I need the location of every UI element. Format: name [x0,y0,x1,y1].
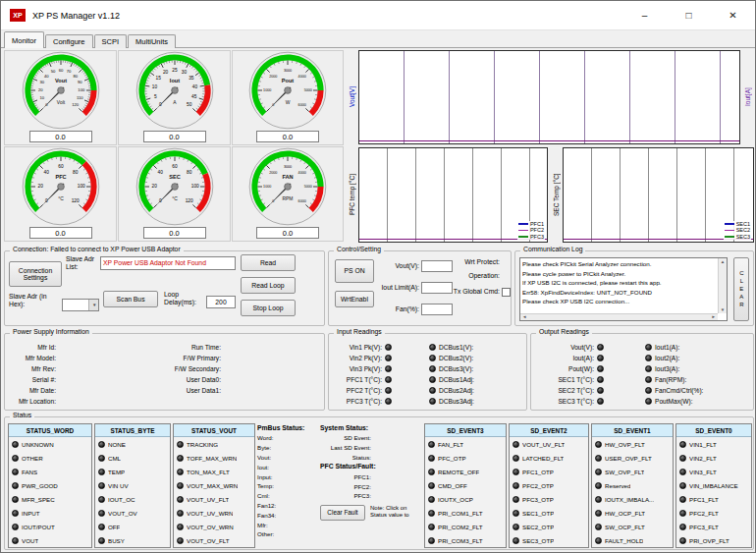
status-item[interactable]: USER_OVP_FLT [592,451,673,465]
status-item[interactable]: PFC1_FLT [676,492,751,506]
connection-settings-button[interactable]: Connection Settings [9,261,62,287]
log-line: Please check XP USB I2C connection... [522,297,717,306]
status-item[interactable]: HW_OCP_FLT [592,506,673,520]
scan-bus-button[interactable]: Scan Bus [103,291,158,307]
status-item[interactable]: PRI_COM1_FLT [425,506,506,520]
status-item[interactable]: VIN UV [95,478,170,492]
loop-delay-input[interactable]: 200 [206,296,236,308]
status-item[interactable]: VOUT_MAX_WRN [174,478,254,492]
status-item[interactable]: REMOTE_OFF [425,465,506,478]
status-item[interactable]: VOUT [9,533,91,547]
status-item[interactable]: INPUT [9,506,91,520]
status-item[interactable]: VIN3_FLT [676,465,751,478]
clear-fault-button[interactable]: Clear Fault [320,505,365,521]
status-item[interactable]: PRI_OVP_FLT [676,533,751,547]
status-item[interactable]: PFC2_FLT [676,506,751,520]
read-loop-button[interactable]: Read Loop [241,277,296,294]
status-item[interactable]: PFC1_OTP [510,465,588,478]
slave-adr-dropdown[interactable] [62,299,99,311]
slave-adr-list-value[interactable]: XP Power USB Adaptor Not Found [100,256,236,270]
vout-set-input[interactable] [421,260,453,272]
status-item[interactable]: VOUT_UV_FLT [510,437,588,451]
pfc-status-title: PFC Status/Fault: [320,463,422,470]
gauge-pfc-value: 0.0 [29,227,92,239]
communication-log[interactable]: Please check PICkit Serial Analyzer conn… [519,257,728,321]
status-item[interactable]: SEC2_OTP [510,520,588,533]
tab-monitor[interactable]: Monitor [4,31,44,48]
status-item[interactable]: PFC_OTP [425,451,506,465]
log-vertical-scrollbar[interactable] [718,258,727,313]
legend-line-swatch [725,230,734,232]
status-item[interactable]: FAN_FLT [425,437,506,451]
maximize-icon[interactable]: □ [667,1,711,29]
read-button[interactable]: Read [241,254,296,271]
fan-set-input[interactable] [421,304,453,315]
status-item[interactable]: TON_MAX_FLT [174,465,254,478]
status-item[interactable]: VOUT_OV_FLT [174,533,254,547]
ps-on-button[interactable]: PS ON [335,259,374,283]
log-horizontal-scrollbar[interactable] [520,313,718,320]
close-icon[interactable]: ✕ [711,1,755,29]
status-item[interactable]: IOUT/POUT [9,520,91,533]
write-enable-button[interactable]: WrtEnabl [335,291,374,307]
status-item[interactable]: FAULT_HOLD [592,533,673,547]
status-item[interactable]: SW_OCP_FLT [592,520,673,533]
status-item[interactable]: VOUT_UV_FLT [174,492,254,506]
status-item[interactable]: BUSY [95,533,170,547]
reading-row: DCBus1Adj: [429,374,525,385]
clear-log-button[interactable]: CLEAR [733,257,749,321]
status-item[interactable]: SW_OVP_FLT [592,465,673,478]
status-item[interactable]: PRI_COM3_FLT [425,533,506,547]
status-item[interactable]: HW_OVP_FLT [592,437,673,451]
status-item[interactable]: SEC1_OTP [510,506,588,520]
status-item[interactable]: VIN1_FLT [676,437,751,451]
info-label: Run Time: [160,344,221,351]
status-panel-status_byte: STATUS_BYTENONECMLTEMPVIN UVIOUT_OCVOUT_… [94,423,171,548]
tab-scpi[interactable]: SCPI [94,34,128,48]
status-led-indicator [513,496,519,503]
stop-loop-button[interactable]: Stop Loop [241,300,296,316]
status-item[interactable]: NONE [95,437,170,451]
status-item[interactable]: VOUT_OV_WRN [174,520,254,533]
status-item[interactable]: PRI_COM2_FLT [425,520,506,533]
status-item[interactable]: VIN2_FLT [676,451,751,465]
reading-label: Iout3(A): [655,365,679,372]
status-item[interactable]: OFF [95,520,170,533]
psu-info-right-column: Run Time:F/W Primary:F/W Secondary:User … [160,342,321,396]
status-item[interactable]: MFR_SPEC [9,492,91,506]
status-item[interactable]: UNKNOWN [9,437,91,451]
status-item[interactable]: OTHER [9,451,91,465]
status-item-label: PFC2_FLT [689,510,719,517]
status-item[interactable]: Reserved [592,478,673,492]
reading-row: PFC3 T(°C): [333,396,427,407]
svg-text:6000: 6000 [298,103,306,107]
status-item[interactable]: VIN_IMBALANCE [676,478,751,492]
status-item[interactable]: CMD_OFF [425,478,506,492]
status-item[interactable]: CML [95,451,170,465]
tab-configure[interactable]: Configure [45,34,93,48]
status-item[interactable]: SEC3_OTP [510,533,588,547]
reading-label: PFC1 T(°C): [333,376,382,383]
info-row: Serial #: [9,374,156,385]
status-item[interactable]: PFC2_OTP [510,478,588,492]
status-item-label: PRI_COM1_FLT [438,510,483,517]
status-item[interactable]: TOFF_MAX_WRN [174,451,254,465]
status-item[interactable]: IOUTX_OCP [425,492,506,506]
status-item[interactable]: IOUTX_IMBALA... [592,492,673,506]
status-item[interactable]: TRACKING [174,437,254,451]
status-item[interactable]: TEMP [95,465,170,478]
tx-global-cmd-checkbox[interactable] [502,288,511,297]
status-item[interactable]: PFC3_FLT [676,520,751,533]
status-item[interactable]: PWR_GOOD [9,478,91,492]
status-item[interactable]: VOUT_OV [95,506,170,520]
status-field-label: Temp: [257,482,283,489]
svg-text:°C: °C [172,196,178,201]
status-item-label: PFC2_OTP [522,482,554,489]
status-item[interactable]: IOUT_OC [95,492,170,506]
minimize-icon[interactable]: – [622,1,667,29]
status-item[interactable]: FANS [9,465,91,478]
status-item[interactable]: PFC3_OTP [510,492,588,506]
status-item[interactable]: VOUT_UV_WRN [174,506,254,520]
tab-multiunits[interactable]: MultiUnits [128,34,176,48]
status-item[interactable]: LATCHED_FLT [510,451,588,465]
